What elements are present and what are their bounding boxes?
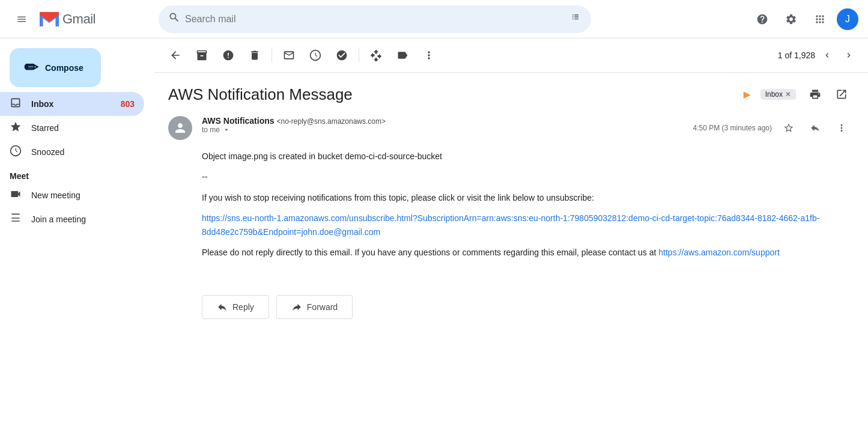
label-button[interactable] bbox=[390, 43, 414, 67]
email-header: AWS Notifications <no-reply@sns.amazonaw… bbox=[168, 116, 854, 140]
back-button[interactable] bbox=[163, 43, 187, 67]
sender-email: <no-reply@sns.amazonaws.com> bbox=[276, 117, 386, 126]
aws-arrow-icon: ► bbox=[741, 88, 753, 102]
delete-button[interactable] bbox=[243, 43, 267, 67]
body-line1: Object image.png is created in bucket de… bbox=[202, 150, 854, 163]
inbox-label: Inbox bbox=[31, 99, 107, 109]
search-options-icon[interactable] bbox=[569, 11, 581, 26]
unsubscribe-link-para: https://sns.eu-north-1.amazonaws.com/uns… bbox=[202, 212, 854, 239]
sidebar-item-inbox[interactable]: Inbox 803 bbox=[0, 92, 144, 116]
snooze-button[interactable] bbox=[303, 43, 327, 67]
header-left: Gmail bbox=[10, 7, 154, 31]
email-body: Object image.png is created in bucket de… bbox=[168, 150, 854, 259]
header-right: J bbox=[750, 7, 858, 31]
body-line3: Please do not reply directly to this ema… bbox=[202, 248, 656, 257]
prev-email-button[interactable] bbox=[818, 46, 837, 65]
body-separator: -- bbox=[202, 170, 854, 183]
support-link[interactable]: https://aws.amazon.com/support bbox=[658, 248, 780, 257]
mark-read-button[interactable] bbox=[277, 43, 301, 67]
email-to[interactable]: to me bbox=[202, 126, 684, 134]
inbox-label-chip: Inbox ✕ bbox=[760, 89, 796, 100]
join-meeting-icon bbox=[10, 212, 22, 227]
sender-avatar bbox=[168, 116, 192, 140]
inbox-chip-text: Inbox bbox=[765, 90, 783, 99]
task-button[interactable] bbox=[330, 43, 354, 67]
inbox-chip-close-icon[interactable]: ✕ bbox=[785, 90, 791, 99]
settings-icon[interactable] bbox=[779, 7, 803, 31]
forward-icon bbox=[291, 302, 302, 312]
new-meeting-label: New meeting bbox=[31, 190, 135, 200]
email-subject-title: AWS Notification Message bbox=[168, 85, 734, 104]
compose-button[interactable]: ✏ Compose bbox=[10, 48, 101, 87]
more-options-button[interactable] bbox=[830, 116, 854, 140]
compose-plus-icon: ✏ bbox=[24, 58, 38, 78]
next-email-button[interactable] bbox=[839, 46, 858, 65]
search-input[interactable] bbox=[185, 14, 565, 25]
help-icon[interactable] bbox=[750, 7, 774, 31]
email-toolbar: 1 of 1,928 bbox=[154, 38, 868, 73]
sidebar-item-new-meeting[interactable]: New meeting bbox=[0, 183, 144, 207]
new-meeting-icon bbox=[10, 188, 22, 203]
snoozed-icon bbox=[10, 145, 22, 160]
search-icon bbox=[168, 11, 180, 26]
print-button[interactable] bbox=[803, 82, 827, 106]
email-action-icons bbox=[777, 116, 854, 140]
pagination-text: 1 of 1,928 bbox=[778, 50, 815, 60]
gmail-m-icon bbox=[38, 8, 60, 30]
user-avatar[interactable]: J bbox=[837, 8, 858, 30]
email-subject-bar: AWS Notification Message ► Inbox ✕ bbox=[154, 73, 868, 111]
sidebar-item-join-meeting[interactable]: Join a meeting bbox=[0, 207, 144, 231]
separator-2 bbox=[359, 48, 359, 62]
forward-button[interactable]: Forward bbox=[276, 295, 353, 319]
email-content: 1 of 1,928 AWS Notification Message ► In… bbox=[154, 38, 868, 423]
inbox-icon bbox=[10, 97, 22, 112]
email-message: AWS Notifications <no-reply@sns.amazonaw… bbox=[154, 111, 868, 281]
join-meeting-label: Join a meeting bbox=[31, 215, 135, 224]
email-meta: AWS Notifications <no-reply@sns.amazonaw… bbox=[202, 116, 684, 134]
more-button[interactable] bbox=[417, 43, 441, 67]
reply-label: Reply bbox=[232, 302, 254, 312]
move-to-button[interactable] bbox=[364, 43, 388, 67]
starred-label: Starred bbox=[31, 123, 135, 133]
header: Gmail J bbox=[0, 0, 868, 38]
separator-1 bbox=[272, 48, 272, 62]
apps-icon[interactable] bbox=[808, 7, 832, 31]
reply-bar: Reply Forward bbox=[154, 281, 868, 333]
sidebar-item-snoozed[interactable]: Snoozed bbox=[0, 140, 144, 164]
email-time: 4:50 PM (3 minutes ago) bbox=[693, 124, 772, 132]
gmail-logo: Gmail bbox=[38, 8, 96, 30]
sender-name: AWS Notifications bbox=[202, 116, 275, 126]
search-bar[interactable] bbox=[159, 5, 591, 33]
gmail-label: Gmail bbox=[62, 11, 96, 27]
reply-email-button[interactable] bbox=[803, 116, 827, 140]
reply-button[interactable]: Reply bbox=[202, 295, 269, 319]
main-layout: ✏ Compose Inbox 803 Starred bbox=[0, 38, 868, 423]
archive-button[interactable] bbox=[190, 43, 214, 67]
open-in-new-button[interactable] bbox=[830, 82, 854, 106]
sidebar: ✏ Compose Inbox 803 Starred bbox=[0, 38, 154, 423]
pagination-info: 1 of 1,928 bbox=[778, 46, 858, 65]
compose-label: Compose bbox=[45, 63, 83, 73]
sender-info: AWS Notifications <no-reply@sns.amazonaw… bbox=[202, 116, 684, 126]
forward-label: Forward bbox=[307, 302, 338, 312]
meet-section-title: Meet bbox=[0, 164, 154, 183]
starred-icon bbox=[10, 121, 22, 136]
body-line3-para: Please do not reply directly to this ema… bbox=[202, 246, 854, 259]
unsubscribe-link[interactable]: https://sns.eu-north-1.amazonaws.com/uns… bbox=[202, 213, 819, 236]
reply-icon bbox=[217, 302, 228, 312]
hamburger-menu-icon[interactable] bbox=[10, 7, 34, 31]
email-subject-icons bbox=[803, 82, 854, 106]
body-line2: If you wish to stop receiving notificati… bbox=[202, 191, 854, 204]
star-email-button[interactable] bbox=[777, 116, 801, 140]
inbox-badge: 803 bbox=[117, 99, 135, 109]
snoozed-label: Snoozed bbox=[31, 147, 135, 157]
dropdown-icon bbox=[222, 126, 231, 134]
email-time-section: 4:50 PM (3 minutes ago) bbox=[693, 116, 854, 140]
report-spam-button[interactable] bbox=[216, 43, 240, 67]
to-text: to me bbox=[202, 126, 220, 134]
sidebar-item-starred[interactable]: Starred bbox=[0, 116, 144, 140]
